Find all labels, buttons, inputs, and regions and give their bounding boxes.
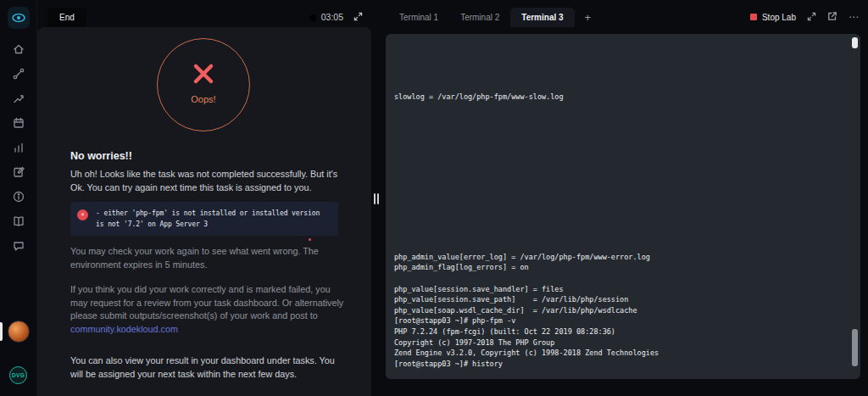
paragraph-next: You can also view your result in your da… xyxy=(70,354,345,381)
session-timer: 03:05 xyxy=(309,12,343,22)
error-x-icon: ✕ xyxy=(77,209,88,220)
tab-terminal-1[interactable]: Terminal 1 xyxy=(388,8,449,27)
info-icon[interactable] xyxy=(8,190,29,204)
scrollbar-top-segment[interactable] xyxy=(852,37,858,48)
oops-label: Oops! xyxy=(191,94,215,104)
paragraph-intro: Uh oh! Looks like the task was not compl… xyxy=(70,168,345,194)
calendar-icon[interactable] xyxy=(8,116,29,130)
home-icon[interactable] xyxy=(8,42,29,56)
leaderboard-icon[interactable] xyxy=(8,141,29,154)
terminal-window: slowlog = /var/log/php-fpm/www-slow.log … xyxy=(386,34,860,379)
clock-icon xyxy=(309,13,318,22)
error-message-text: - either 'php-fpm' is not installed or i… xyxy=(96,209,320,228)
paragraph-review-text: If you think you did your work correctly… xyxy=(70,284,343,321)
kodekloud-logo-icon[interactable] xyxy=(8,7,30,29)
terminal-tabstrip: Terminal 1 Terminal 2 Terminal 3 + Stop … xyxy=(388,7,868,27)
left-tabstrip: End 03:05 xyxy=(37,7,371,27)
error-message-box: ✕ - either 'php-fpm' is not installed or… xyxy=(70,202,338,236)
tab-terminal-2[interactable]: Terminal 2 xyxy=(449,8,510,27)
terminal-panel: Terminal 1 Terminal 2 Terminal 3 + Stop … xyxy=(371,0,868,396)
expand-panel-icon[interactable] xyxy=(353,9,363,25)
progress-icon[interactable] xyxy=(8,92,29,105)
tasks-icon[interactable] xyxy=(8,165,29,179)
scrollbar-thumb[interactable] xyxy=(852,329,858,366)
community-link[interactable]: community.kodekloud.com xyxy=(70,324,178,334)
terminal-output[interactable]: slowlog = /var/log/php-fpm/www-slow.log … xyxy=(394,38,847,369)
paragraph-review: If you think you did your work correctly… xyxy=(70,283,345,336)
active-indicator xyxy=(0,322,3,341)
expand-terminal-icon[interactable] xyxy=(807,9,816,25)
tab-terminal-3[interactable]: Terminal 3 xyxy=(510,8,574,27)
task-result-panel: End 03:05 Oops! No worries!! Uh oh! Look… xyxy=(37,0,371,396)
dvg-badge[interactable]: DVG xyxy=(9,366,27,384)
docs-icon[interactable] xyxy=(8,215,29,228)
result-heading: No worries!! xyxy=(70,150,132,162)
app-sidebar: DVG xyxy=(0,0,37,396)
failure-x-icon xyxy=(189,59,218,88)
open-external-icon[interactable] xyxy=(827,9,837,25)
paragraph-check: You may check your work again to see wha… xyxy=(70,245,345,271)
red-dot xyxy=(309,238,311,241)
user-avatar[interactable] xyxy=(8,321,30,343)
tab-end[interactable]: End xyxy=(47,8,86,27)
more-menu-icon[interactable]: ⋯ xyxy=(849,11,860,23)
avatar-image xyxy=(8,321,30,343)
oops-circle: Oops! xyxy=(157,38,250,131)
workflow-icon[interactable] xyxy=(8,67,29,81)
stop-lab-label: Stop Lab xyxy=(762,13,796,22)
sidebar-nav xyxy=(8,42,29,253)
timer-value: 03:05 xyxy=(321,12,343,22)
new-terminal-button[interactable]: + xyxy=(575,11,602,24)
terminal-actions: Stop Lab ⋯ xyxy=(750,9,868,25)
task-result-body: Oops! No worries!! Uh oh! Looks like the… xyxy=(37,27,371,396)
stop-lab-button[interactable]: Stop Lab xyxy=(750,13,796,22)
stop-icon xyxy=(750,14,757,20)
chat-icon[interactable] xyxy=(8,239,29,253)
